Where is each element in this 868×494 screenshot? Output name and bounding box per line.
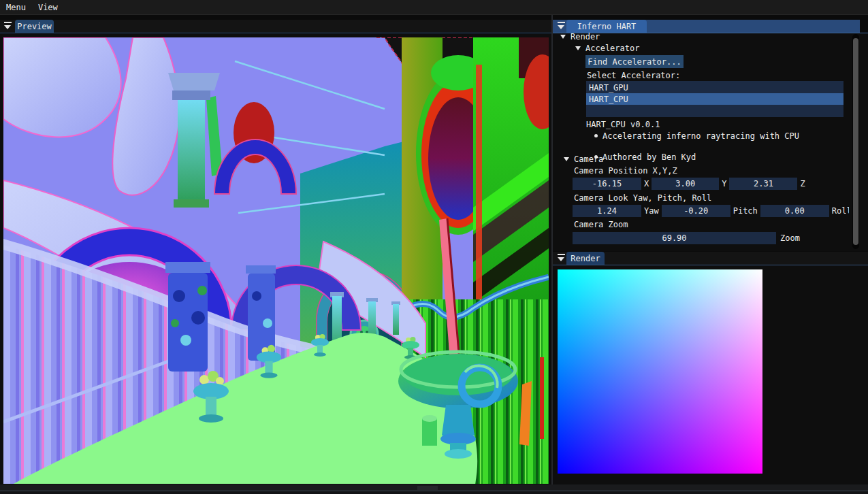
menu-item-view[interactable]: View [32, 0, 64, 15]
menu-bar: Menu View [0, 0, 868, 15]
scrollbar-grabber[interactable] [853, 38, 858, 245]
position-y-field[interactable]: 3.00 [652, 178, 719, 190]
camera-position-row: -16.15 X 3.00 Y 2.31 Z [573, 178, 849, 190]
camera-position-label: Camera Position X,Y,Z [574, 166, 677, 176]
tree-node-camera[interactable]: Camera [564, 154, 603, 165]
chevron-down-icon [564, 157, 569, 161]
look-roll-field[interactable]: 0.00 [760, 205, 829, 217]
render-output-image [558, 269, 762, 474]
preview-tabbar [0, 20, 551, 33]
tab-render[interactable]: Render [566, 252, 605, 265]
position-x-field[interactable]: -16.15 [573, 178, 641, 190]
window-menu-icon[interactable] [557, 253, 566, 262]
axis-label-x: X [644, 179, 649, 188]
axis-label-roll: Roll [832, 206, 849, 216]
zoom-field[interactable]: 69.90 [573, 232, 776, 244]
bullet-item: Accelerating inferno raytracing with CPU [594, 131, 868, 141]
chevron-down-icon [575, 46, 581, 50]
status-bar [0, 484, 868, 494]
look-yaw-field[interactable]: 1.24 [573, 205, 641, 217]
window-menu-icon[interactable] [3, 21, 12, 30]
chevron-down-icon [560, 35, 566, 39]
camera-zoom-label: Camera Zoom [574, 220, 628, 229]
inspector-scrollbar[interactable] [852, 34, 859, 249]
list-item-hart-cpu[interactable]: HART_CPU [586, 93, 843, 105]
axis-label-y: Y [722, 179, 726, 188]
menu-item-menu[interactable]: Menu [0, 0, 32, 15]
axis-label-yaw: Yaw [644, 206, 659, 216]
camera-zoom-row: 69.90 Zoom [573, 232, 849, 244]
camera-look-row: 1.24 Yaw -0.20 Pitch 0.00 Roll [573, 205, 849, 217]
list-item-hart-gpu[interactable]: HART_GPU [586, 82, 843, 93]
tab-preview[interactable]: Preview [15, 20, 54, 33]
select-accelerator-label: Select Accelerator: [587, 71, 680, 80]
axis-label-zoom: Zoom [780, 233, 800, 243]
axis-label-z: Z [800, 179, 805, 188]
window-menu-icon[interactable] [557, 21, 566, 30]
accelerator-version-text: HART_CPU v0.0.1 [586, 120, 660, 129]
position-z-field[interactable]: 2.31 [729, 178, 797, 190]
tree-node-accelerator[interactable]: Accelerator [575, 43, 639, 54]
look-pitch-field[interactable]: -0.20 [662, 205, 730, 217]
bullet-item: Authored by Ben Kyd [594, 152, 868, 162]
camera-look-label: Camera Look Yaw, Pitch, Roll [574, 193, 711, 203]
accelerator-listbox: HART_GPU HART_CPU [586, 81, 843, 117]
find-accelerator-button[interactable]: Find Accelerator... [585, 55, 684, 68]
axis-label-pitch: Pitch [733, 206, 758, 216]
preview-viewport[interactable] [3, 37, 549, 484]
tree-node-render[interactable]: Render [560, 31, 600, 42]
resize-grip[interactable] [417, 486, 438, 490]
